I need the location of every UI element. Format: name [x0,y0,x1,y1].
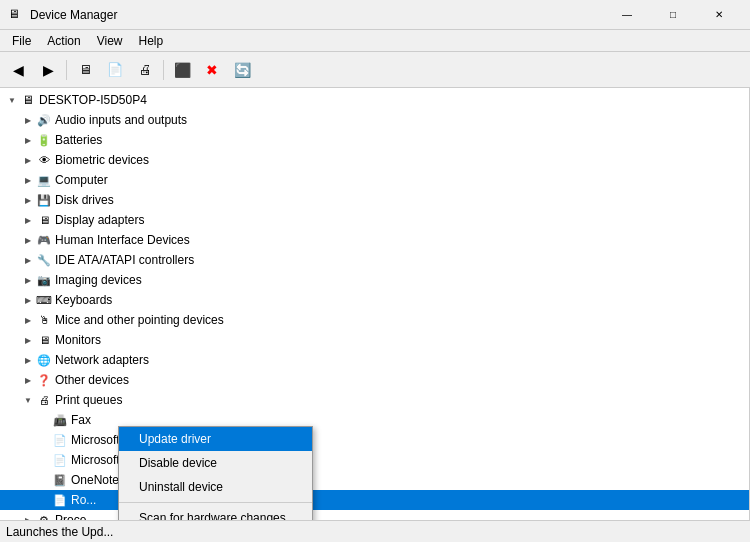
tree-display[interactable]: ▶ 🖥 Display adapters [0,210,749,230]
expand[interactable]: ▶ [20,312,36,328]
tree-network[interactable]: ▶ 🌐 Network adapters [0,350,749,370]
menu-action[interactable]: Action [39,32,88,50]
imaging-icon: 📷 [36,272,52,288]
toolbar-doc[interactable]: 📄 [101,56,129,84]
toolbar-print[interactable]: 🖨 [131,56,159,84]
toolbar-error[interactable]: ✖ [198,56,226,84]
expand[interactable]: ▶ [20,332,36,348]
toolbar-sep-2 [163,60,164,80]
mice-icon: 🖱 [36,312,52,328]
expand[interactable]: ▶ [20,252,36,268]
status-bar: Launches the Upd... [0,520,750,542]
toolbar-forward[interactable]: ▶ [34,56,62,84]
tree-monitors[interactable]: ▶ 🖥 Monitors [0,330,749,350]
tree-ide[interactable]: ▶ 🔧 IDE ATA/ATAPI controllers [0,250,749,270]
context-menu-disable-device[interactable]: Disable device [119,451,312,475]
pdf-icon: 📄 [52,432,68,448]
tree-print-queues[interactable]: ▼ 🖨 Print queues [0,390,749,410]
biometric-icon: 👁 [36,152,52,168]
xps-icon: 📄 [52,452,68,468]
maximize-button[interactable]: □ [650,0,696,30]
hid-icon: 🎮 [36,232,52,248]
display-icon: 🖥 [36,212,52,228]
network-icon: 🌐 [36,352,52,368]
toolbar: ◀ ▶ 🖥 📄 🖨 ⬛ ✖ 🔄 [0,52,750,88]
tree-audio[interactable]: ▶ 🔊 Audio inputs and outputs [0,110,749,130]
tree-keyboards[interactable]: ▶ ⌨ Keyboards [0,290,749,310]
tree-fax[interactable]: ▶ 📠 Fax [0,410,749,430]
computer-label: Computer [55,173,108,187]
expand[interactable]: ▼ [20,392,36,408]
menu-help[interactable]: Help [131,32,172,50]
app-icon: 🖥 [8,7,24,23]
title-bar-left: 🖥 Device Manager [8,7,117,23]
tree-other[interactable]: ▶ ❓ Other devices [0,370,749,390]
expand[interactable]: ▶ [20,372,36,388]
title-bar: 🖥 Device Manager — □ ✕ [0,0,750,30]
main-area: ▼ 🖥 DESKTOP-I5D50P4 ▶ 🔊 Audio inputs and… [0,88,750,520]
context-menu-scan-hardware[interactable]: Scan for hardware changes [119,506,312,520]
keyboard-label: Keyboards [55,293,112,307]
menu-bar: File Action View Help [0,30,750,52]
tree-biometric[interactable]: ▶ 👁 Biometric devices [0,150,749,170]
monitors-label: Monitors [55,333,101,347]
title-bar-controls: — □ ✕ [604,0,742,30]
toolbar-refresh[interactable]: 🔄 [228,56,256,84]
expand[interactable]: ▶ [20,272,36,288]
network-label: Network adapters [55,353,149,367]
expand[interactable]: ▶ [20,152,36,168]
other-icon: ❓ [36,372,52,388]
tree-xps[interactable]: ▶ 📄 Microsoft XPS Document Writer [0,450,749,470]
tree-root[interactable]: ▼ 🖥 DESKTOP-I5D50P4 [0,90,749,110]
toolbar-black[interactable]: ⬛ [168,56,196,84]
tree-imaging[interactable]: ▶ 📷 Imaging devices [0,270,749,290]
audio-label: Audio inputs and outputs [55,113,187,127]
root-icon: 🖥 [20,92,36,108]
toolbar-back[interactable]: ◀ [4,56,32,84]
tree-disk[interactable]: ▶ 💾 Disk drives [0,190,749,210]
expand-placeholder: ▶ [36,412,52,428]
disk-label: Disk drives [55,193,114,207]
tree-computer[interactable]: ▶ 💻 Computer [0,170,749,190]
tree-mice[interactable]: ▶ 🖱 Mice and other pointing devices [0,310,749,330]
display-label: Display adapters [55,213,144,227]
tree-hid[interactable]: ▶ 🎮 Human Interface Devices [0,230,749,250]
expand[interactable]: ▶ [20,512,36,520]
batteries-icon: 🔋 [36,132,52,148]
expand[interactable]: ▶ [20,192,36,208]
root-expand[interactable]: ▼ [4,92,20,108]
app-title: Device Manager [30,8,117,22]
tree-pdf[interactable]: ▶ 📄 Microsoft Print to PDF [0,430,749,450]
expand-placeholder: ▶ [36,452,52,468]
ide-icon: 🔧 [36,252,52,268]
expand-placeholder: ▶ [36,432,52,448]
minimize-button[interactable]: — [604,0,650,30]
computer-icon: 💻 [36,172,52,188]
expand[interactable]: ▶ [20,112,36,128]
expand[interactable]: ▶ [20,292,36,308]
tree-ro[interactable]: ▶ 📄 Ro... [0,490,749,510]
tree-proce[interactable]: ▶ ⚙ Proce... [0,510,749,520]
fax-icon: 📠 [52,412,68,428]
ide-label: IDE ATA/ATAPI controllers [55,253,194,267]
expand[interactable]: ▶ [20,232,36,248]
context-menu-uninstall-device[interactable]: Uninstall device [119,475,312,499]
menu-file[interactable]: File [4,32,39,50]
context-menu-update-driver[interactable]: Update driver [119,427,312,451]
tree-view[interactable]: ▼ 🖥 DESKTOP-I5D50P4 ▶ 🔊 Audio inputs and… [0,88,750,520]
expand[interactable]: ▶ [20,212,36,228]
menu-view[interactable]: View [89,32,131,50]
biometric-label: Biometric devices [55,153,149,167]
keyboard-icon: ⌨ [36,292,52,308]
expand-placeholder: ▶ [36,492,52,508]
expand[interactable]: ▶ [20,352,36,368]
hid-label: Human Interface Devices [55,233,190,247]
tree-onenote[interactable]: ▶ 📓 OneNote for Windows 10 [0,470,749,490]
expand[interactable]: ▶ [20,132,36,148]
toolbar-computer[interactable]: 🖥 [71,56,99,84]
close-button[interactable]: ✕ [696,0,742,30]
expand[interactable]: ▶ [20,172,36,188]
tree-batteries[interactable]: ▶ 🔋 Batteries [0,130,749,150]
ro-label: Ro... [71,493,96,507]
proce-label: Proce... [55,513,96,520]
